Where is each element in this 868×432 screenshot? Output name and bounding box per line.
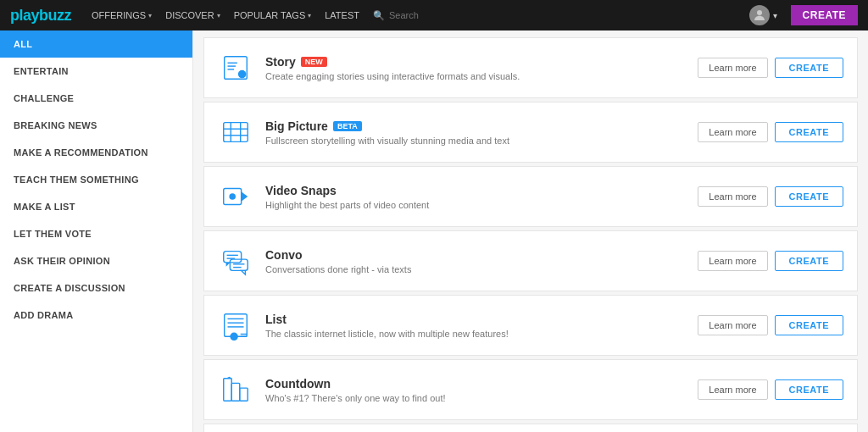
search-area: 🔍 [373, 10, 440, 21]
nav-popular-tags-label: POPULAR TAGS [234, 10, 306, 20]
card-list: List The classic internet listicle, now … [203, 295, 858, 356]
main-layout: ALLENTERTAINCHALLENGEBREAKING NEWSMAKE A… [0, 30, 868, 432]
card-actions-convo: Learn more CREATE [698, 251, 843, 271]
learn-more-button-convo[interactable]: Learn more [698, 251, 767, 271]
card-convo: Convo Conversations done right - via tex… [203, 230, 858, 291]
badge-new: NEW [301, 57, 327, 67]
svg-point-25 [230, 333, 238, 341]
card-desc-story: Create engaging stories using interactiv… [265, 71, 698, 81]
logo[interactable]: playbuzz [10, 7, 71, 25]
card-text-list: List The classic internet listicle, now … [265, 313, 698, 339]
nav-offerings[interactable]: OFFERINGS ▾ [92, 10, 152, 20]
card-desc-convo: Conversations done right - via texts [265, 264, 698, 274]
sidebar-item-make-a-recommendation[interactable]: MAKE A RECOMMENDATION [0, 139, 192, 166]
sidebar-item-teach-them-something[interactable]: TEACH THEM SOMETHING [0, 166, 192, 193]
nav-discover[interactable]: DISCOVER ▾ [165, 10, 220, 20]
create-button-story[interactable]: CREATE [775, 58, 843, 78]
card-actions-list: Learn more CREATE [698, 315, 843, 335]
svg-point-15 [229, 193, 236, 200]
svg-marker-34 [226, 377, 233, 379]
video-snaps-icon [218, 179, 253, 214]
sidebar: ALLENTERTAINCHALLENGEBREAKING NEWSMAKE A… [0, 30, 193, 432]
svg-marker-19 [242, 270, 246, 274]
learn-more-button-story[interactable]: Learn more [698, 58, 767, 78]
create-button-list[interactable]: CREATE [775, 315, 843, 335]
card-swiper: Swiper Love or hate? use the swiper to v… [203, 424, 858, 432]
card-text-video-snaps: Video Snaps Highlight the best parts of … [265, 184, 698, 210]
badge-beta: BETA [333, 121, 362, 131]
story-icon [218, 50, 253, 86]
convo-icon [218, 243, 253, 279]
card-big-picture: Big Picture BETA Fullscreen storytelling… [203, 102, 858, 163]
card-title-list: List [265, 313, 698, 326]
svg-rect-8 [224, 123, 248, 142]
card-title-countdown: Countdown [265, 377, 698, 390]
avatar-area: ▾ [749, 5, 777, 25]
card-desc-list: The classic internet listicle, now with … [265, 329, 698, 339]
card-story: Story NEW Create engaging stories using … [203, 37, 858, 98]
sidebar-item-entertain[interactable]: ENTERTAIN [0, 58, 192, 85]
learn-more-button-video-snaps[interactable]: Learn more [698, 186, 767, 207]
svg-rect-18 [230, 259, 248, 270]
create-button-convo[interactable]: CREATE [775, 251, 843, 271]
card-countdown: Countdown Who's #1? There's only one way… [203, 359, 858, 420]
svg-point-0 [757, 10, 762, 15]
sidebar-item-all[interactable]: ALL [0, 30, 192, 58]
card-desc-video-snaps: Highlight the best parts of video conten… [265, 200, 698, 210]
svg-marker-14 [242, 191, 248, 201]
card-text-convo: Convo Conversations done right - via tex… [265, 248, 698, 274]
card-title-convo: Convo [265, 248, 698, 262]
chevron-down-icon: ▾ [217, 12, 220, 19]
learn-more-button-big-picture[interactable]: Learn more [698, 122, 767, 142]
sidebar-item-make-a-list[interactable]: MAKE A LIST [0, 193, 192, 220]
card-text-story: Story NEW Create engaging stories using … [265, 55, 698, 81]
nav-latest[interactable]: LATEST [325, 10, 359, 20]
sidebar-item-breaking-news[interactable]: BREAKING NEWS [0, 112, 192, 139]
sidebar-item-let-them-vote[interactable]: LET THEM VOTE [0, 220, 192, 247]
nav-popular-tags[interactable]: POPULAR TAGS ▾ [234, 10, 312, 20]
card-title-big-picture: Big Picture BETA [265, 119, 698, 133]
avatar[interactable] [749, 5, 770, 25]
svg-rect-33 [240, 388, 248, 401]
card-actions-big-picture: Learn more CREATE [698, 122, 843, 142]
card-actions-countdown: Learn more CREATE [698, 379, 843, 400]
card-title-video-snaps: Video Snaps [265, 184, 698, 197]
search-input[interactable] [389, 10, 440, 20]
card-title-story: Story NEW [265, 55, 698, 69]
create-button-video-snaps[interactable]: CREATE [775, 186, 843, 207]
countdown-icon [218, 372, 253, 407]
chevron-down-icon: ▾ [308, 12, 311, 19]
nav-latest-label: LATEST [325, 10, 359, 20]
sidebar-item-create-a-discussion[interactable]: CREATE A DISCUSSION [0, 274, 192, 302]
nav-offerings-label: OFFERINGS [92, 10, 146, 20]
content-area: Story NEW Create engaging stories using … [193, 30, 868, 432]
top-navigation: playbuzz OFFERINGS ▾ DISCOVER ▾ POPULAR … [0, 0, 868, 30]
chevron-down-icon: ▾ [148, 12, 152, 19]
card-desc-countdown: Who's #1? There's only one way to find o… [265, 393, 698, 403]
card-actions-story: Learn more CREATE [698, 58, 843, 78]
sidebar-item-ask-their-opinion[interactable]: ASK THEIR OPINION [0, 247, 192, 274]
card-actions-video-snaps: Learn more CREATE [698, 186, 843, 207]
sidebar-item-challenge[interactable]: CHALLENGE [0, 85, 192, 112]
svg-rect-31 [224, 379, 232, 402]
big-picture-icon [218, 114, 253, 150]
list-icon [218, 307, 253, 343]
learn-more-button-countdown[interactable]: Learn more [698, 379, 767, 400]
card-video-snaps: Video Snaps Highlight the best parts of … [203, 166, 858, 227]
sidebar-item-add-drama[interactable]: ADD DRAMA [0, 302, 192, 329]
svg-rect-32 [231, 383, 240, 401]
card-text-big-picture: Big Picture BETA Fullscreen storytelling… [265, 119, 698, 146]
create-button[interactable]: CREATE [791, 5, 858, 25]
create-button-big-picture[interactable]: CREATE [775, 122, 843, 142]
card-text-countdown: Countdown Who's #1? There's only one way… [265, 377, 698, 403]
svg-rect-16 [224, 252, 242, 263]
learn-more-button-list[interactable]: Learn more [698, 315, 767, 335]
avatar-chevron: ▾ [773, 11, 777, 20]
card-desc-big-picture: Fullscreen storytelling with visually st… [265, 136, 698, 146]
nav-discover-label: DISCOVER [165, 10, 214, 20]
create-button-countdown[interactable]: CREATE [775, 379, 843, 400]
search-icon: 🔍 [373, 10, 385, 21]
